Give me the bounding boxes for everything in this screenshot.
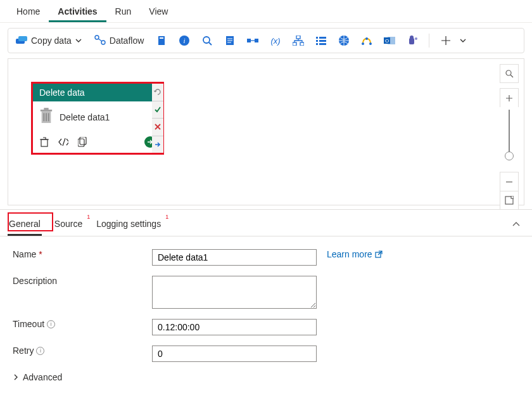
- pipeline-canvas[interactable]: Delete data Delete data1: [8, 58, 524, 205]
- svg-point-8: [203, 37, 210, 43]
- toolbar-separator: [429, 34, 429, 48]
- chevron-right-icon: [13, 374, 19, 380]
- canvas-controls: [500, 64, 519, 210]
- svg-rect-17: [319, 37, 326, 39]
- skip-handle-icon[interactable]: [152, 84, 163, 101]
- svg-rect-35: [43, 113, 44, 121]
- svg-text:i: i: [184, 37, 186, 44]
- delete-activity-icon[interactable]: [39, 137, 49, 147]
- collapse-panel-icon[interactable]: [508, 216, 524, 235]
- description-label: Description: [13, 276, 152, 286]
- retry-input[interactable]: [152, 346, 317, 362]
- completion-handle-icon[interactable]: [152, 136, 163, 153]
- properties-tabs: General Source 1 Logging settings 1: [0, 210, 532, 236]
- svg-point-41: [506, 70, 511, 75]
- process-icon[interactable]: [244, 32, 262, 49]
- svg-point-25: [365, 37, 368, 40]
- dataflow-icon: [94, 35, 106, 47]
- svg-point-23: [362, 42, 364, 45]
- variable-icon[interactable]: (x): [267, 32, 284, 49]
- svg-rect-34: [44, 108, 48, 110]
- activity-delete-data[interactable]: Delete data Delete data1: [31, 82, 164, 155]
- zoom-slider[interactable]: [509, 110, 510, 154]
- svg-rect-16: [316, 37, 318, 39]
- add-button[interactable]: [437, 32, 455, 49]
- fit-view-icon[interactable]: [500, 64, 519, 83]
- trash-icon: [39, 108, 53, 126]
- activity-header: Delete data: [33, 84, 162, 101]
- ptab-source[interactable]: Source 1: [53, 215, 84, 236]
- info-icon[interactable]: i: [175, 32, 193, 49]
- retry-label: Retry i: [13, 346, 152, 356]
- svg-rect-40: [80, 137, 86, 145]
- timeout-input[interactable]: [152, 319, 317, 335]
- advanced-toggle[interactable]: Advanced: [13, 372, 519, 382]
- svg-text:(x): (x): [271, 36, 281, 46]
- ptab-source-label: Source: [54, 219, 82, 229]
- outlook-icon[interactable]: O: [381, 32, 398, 49]
- error-badge: 1: [165, 214, 168, 220]
- toolbar: Copy data Dataflow i (x) O: [8, 28, 524, 53]
- ptab-logging-label: Logging settings: [96, 219, 161, 229]
- chevron-down-icon[interactable]: [460, 36, 466, 46]
- tab-run[interactable]: Run: [106, 1, 141, 22]
- list-icon[interactable]: [312, 32, 330, 49]
- ptab-logging[interactable]: Logging settings 1: [95, 215, 162, 236]
- web-icon[interactable]: [335, 32, 353, 49]
- search-icon[interactable]: [198, 32, 216, 49]
- error-badge: 1: [87, 214, 90, 220]
- success-handle-icon[interactable]: [152, 101, 163, 119]
- fullscreen-icon[interactable]: [500, 191, 519, 210]
- svg-rect-18: [316, 40, 318, 42]
- copy-data-label: Copy data: [31, 36, 72, 46]
- code-icon[interactable]: [58, 137, 68, 147]
- name-label: Name*: [13, 249, 152, 259]
- info-icon[interactable]: i: [36, 347, 44, 355]
- dataflow-label: Dataflow: [110, 36, 144, 46]
- properties-panel: General Source 1 Logging settings 1 Name…: [0, 209, 532, 387]
- webhook-icon[interactable]: [358, 32, 376, 49]
- ptab-general[interactable]: General: [8, 215, 42, 236]
- tab-view[interactable]: View: [140, 1, 177, 22]
- svg-rect-1: [18, 36, 27, 41]
- svg-rect-33: [41, 110, 52, 112]
- external-link-icon: [375, 250, 383, 258]
- general-form: Name* Learn more Description Timeout i R…: [0, 236, 532, 387]
- tab-home[interactable]: Home: [8, 1, 49, 22]
- copy-data-button[interactable]: Copy data: [12, 32, 86, 49]
- zoom-slider-thumb[interactable]: [505, 152, 514, 160]
- svg-rect-20: [316, 43, 318, 45]
- name-input[interactable]: [152, 249, 317, 266]
- top-tabbar: Home Activities Run View: [0, 0, 532, 23]
- zoom-out-icon[interactable]: [500, 172, 519, 191]
- svg-rect-36: [46, 113, 47, 121]
- svg-rect-38: [41, 139, 48, 146]
- copy-icon[interactable]: [77, 137, 87, 147]
- notebook-icon[interactable]: [153, 32, 170, 49]
- fail-handle-icon[interactable]: [152, 118, 163, 136]
- svg-rect-10: [247, 39, 251, 42]
- chevron-down-icon: [75, 36, 82, 46]
- copy-data-icon: [16, 35, 27, 47]
- svg-rect-19: [319, 40, 326, 42]
- hierarchy-icon[interactable]: [289, 32, 307, 49]
- timeout-label: Timeout i: [13, 319, 152, 329]
- activity-status-handles: [152, 84, 163, 153]
- description-input[interactable]: [152, 276, 317, 309]
- svg-rect-15: [300, 42, 304, 46]
- svg-point-31: [415, 37, 417, 40]
- svg-point-24: [369, 42, 372, 45]
- svg-rect-5: [160, 37, 163, 39]
- dataflow-button[interactable]: Dataflow: [91, 32, 148, 49]
- svg-rect-14: [293, 42, 296, 46]
- svg-rect-11: [255, 39, 258, 42]
- info-icon[interactable]: i: [47, 320, 55, 328]
- svg-rect-39: [78, 139, 84, 146]
- activity-name-label: Delete data1: [60, 112, 110, 122]
- svg-rect-21: [319, 43, 326, 45]
- learn-more-link[interactable]: Learn more: [327, 249, 383, 259]
- teams-icon[interactable]: [403, 32, 421, 49]
- tab-activities[interactable]: Activities: [49, 1, 106, 22]
- script-icon[interactable]: [221, 32, 239, 49]
- zoom-in-icon[interactable]: [500, 88, 519, 107]
